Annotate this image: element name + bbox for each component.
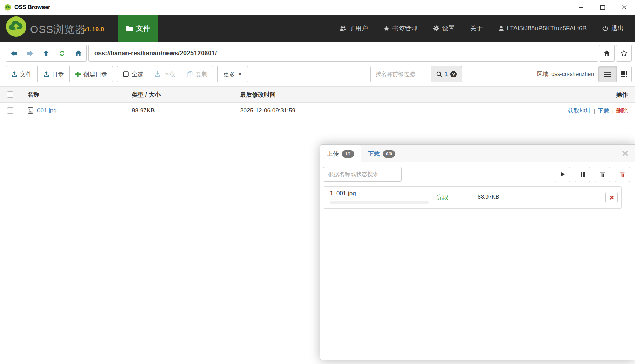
col-header-type-size: 类型 / 大小 (132, 91, 240, 99)
user-icon (498, 26, 504, 31)
transfer-status: 完成 (437, 194, 448, 201)
toolbar: 文件 目录 创建目录 全选 (0, 64, 635, 86)
col-header-name: 名称 (27, 91, 132, 99)
plus-icon (75, 72, 81, 77)
menu-item-bookmarks[interactable]: 书签管理 (383, 24, 418, 33)
delete-link[interactable]: 删除 (616, 107, 628, 114)
nav-home-button[interactable] (70, 45, 87, 62)
oss-logo-icon (5, 16, 27, 37)
transfer-action-buttons (555, 167, 630, 182)
chevron-down-icon: ▼ (238, 72, 242, 77)
menu-item-subusers[interactable]: 子用户 (340, 24, 368, 33)
filter-group: 1 ? (370, 66, 462, 82)
remove-item-button[interactable] (605, 192, 618, 203)
transfer-search-input[interactable] (323, 167, 402, 182)
selection-button-group: 全选 下载 复制 (117, 66, 213, 82)
prefix-filter-input[interactable] (370, 66, 431, 82)
search-button[interactable]: 1 ? (431, 66, 462, 82)
grid-view-button[interactable] (616, 66, 632, 82)
file-name-link[interactable]: 001.jpg (37, 107, 57, 114)
file-modified: 2025-12-06 09:31:59 (240, 107, 567, 114)
transfer-item: 1. 001.jpg 完成 88.97KB (323, 186, 622, 209)
region-label: 区域: oss-cn-shenzhen (537, 71, 594, 78)
create-dir-button[interactable]: 创建目录 (69, 66, 113, 82)
minimize-button[interactable] (570, 0, 592, 15)
account-menu[interactable]: LTAI5tJ88uP5KTtuz5FALt6B (498, 25, 587, 32)
upload-icon (12, 71, 17, 77)
copy-button[interactable]: 复制 (181, 66, 213, 82)
refresh-button[interactable] (54, 45, 70, 62)
resume-all-button[interactable] (555, 167, 570, 182)
download-link[interactable]: 下载 (598, 107, 610, 114)
account-id: LTAI5tJ88uP5KTtuz5FALt6B (507, 25, 587, 32)
pause-all-button[interactable] (575, 167, 590, 182)
brand-title: OSS浏览器 (30, 22, 86, 37)
address-input[interactable] (88, 45, 598, 62)
question-icon: ? (450, 71, 457, 77)
more-button[interactable]: 更多 ▼ (217, 66, 248, 82)
progress-bar (330, 201, 429, 204)
window-title: OSS Browser (14, 4, 50, 10)
nav-button-group (6, 45, 87, 62)
table-header-row: 名称 类型 / 大小 最后修改时间 操作 (0, 86, 635, 103)
col-header-actions: 操作 (616, 91, 628, 99)
files-nav-button[interactable]: 文件 (118, 15, 158, 42)
col-header-modified: 最后修改时间 (240, 91, 616, 99)
upload-button-group: 文件 目录 创建目录 (6, 66, 113, 82)
table-row[interactable]: 001.jpg 88.97KB 2025-12-06 09:31:59 获取地址… (0, 103, 635, 119)
checkbox-icon (123, 71, 129, 77)
file-size: 88.97KB (132, 107, 240, 114)
download-button[interactable]: 下载 (149, 66, 181, 82)
app-header: OSS浏览器 v1.19.0 文件 子用户 书签管理 (0, 15, 635, 42)
tab-upload[interactable]: 上传 1/1 (320, 145, 361, 162)
download-icon (155, 71, 161, 77)
bookmark-star-button[interactable] (616, 45, 632, 62)
gear-icon (433, 25, 439, 31)
get-url-link[interactable]: 获取地址 (567, 107, 591, 114)
back-button[interactable] (6, 45, 22, 62)
upload-dir-button[interactable]: 目录 (37, 66, 70, 82)
row-checkbox[interactable] (7, 107, 13, 114)
tab-download[interactable]: 下载 0/0 (361, 145, 402, 162)
maximize-button[interactable] (592, 0, 613, 15)
list-view-button[interactable] (598, 66, 617, 82)
transfer-tabs: 上传 1/1 下载 0/0 (320, 145, 635, 162)
close-panel-button[interactable] (621, 149, 629, 158)
select-all-checkbox[interactable] (7, 91, 13, 98)
star-icon (383, 26, 390, 31)
home-shortcut-button[interactable] (599, 45, 615, 62)
logout-button[interactable]: 退出 (602, 24, 624, 33)
select-all-button[interactable]: 全选 (117, 66, 149, 82)
download-count-badge: 0/0 (383, 150, 395, 158)
files-nav-label: 文件 (136, 24, 150, 33)
close-window-button[interactable] (613, 0, 635, 15)
menu-item-settings[interactable]: 设置 (433, 24, 455, 33)
upload-icon (43, 71, 49, 77)
transfer-size: 88.97KB (478, 194, 499, 200)
image-file-icon (27, 107, 34, 114)
address-actions (599, 45, 632, 62)
users-icon (340, 26, 346, 31)
delete-all-button[interactable] (615, 167, 630, 182)
search-icon (436, 71, 442, 77)
result-count: 1 (445, 71, 448, 77)
transfer-panel: 上传 1/1 下载 0/0 (320, 144, 635, 360)
app-logo-icon (4, 4, 11, 11)
app-window: OSS Browser OSS浏览器 v1.19.0 文件 (0, 0, 635, 364)
clear-finished-button[interactable] (595, 167, 610, 182)
header-menu: 子用户 书签管理 设置 关于 LTAI5tJ88u (340, 15, 624, 42)
up-button[interactable] (38, 45, 54, 62)
version-label: v1.19.0 (83, 26, 104, 33)
copy-icon (187, 71, 193, 77)
upload-file-button[interactable]: 文件 (6, 66, 38, 82)
menu-item-about[interactable]: 关于 (470, 24, 483, 33)
more-group: 更多 ▼ (217, 66, 248, 82)
folder-icon (126, 26, 133, 31)
file-table: 名称 类型 / 大小 最后修改时间 操作 001.jpg 88.97KB 202… (0, 86, 635, 119)
forward-button[interactable] (22, 45, 38, 62)
upload-count-badge: 1/1 (342, 150, 354, 158)
transfer-item-name: 1. 001.jpg (330, 190, 356, 197)
toolbar-right: 区域: oss-cn-shenzhen (537, 66, 632, 82)
address-bar-row (0, 42, 635, 64)
transfer-controls (320, 162, 635, 186)
